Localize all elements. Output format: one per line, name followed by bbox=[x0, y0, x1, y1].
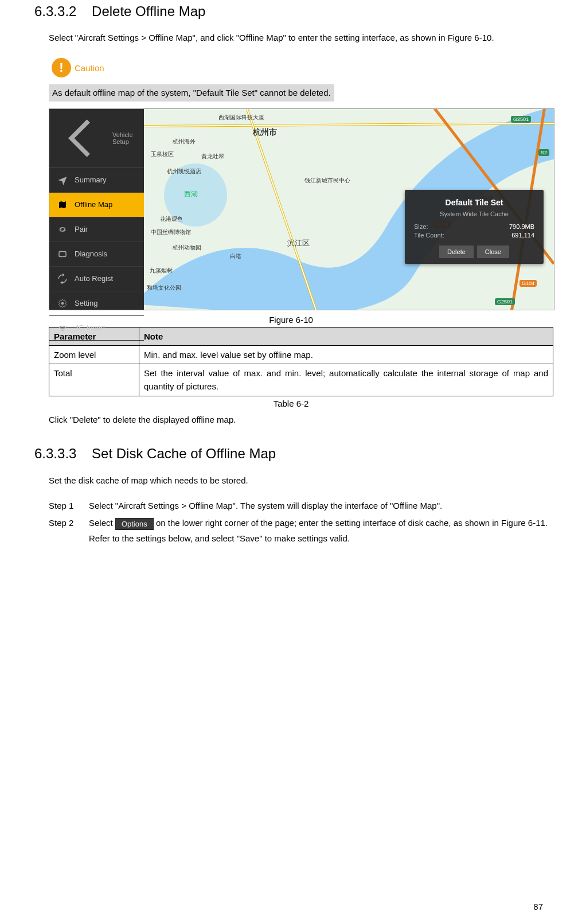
road-badge: S2 bbox=[538, 149, 549, 156]
sidebar-item-pair: Pair bbox=[49, 217, 144, 242]
map-label: 白塔 bbox=[230, 252, 241, 260]
figure-6-10: Vehicle Setup Summary Offline Map Pair D… bbox=[49, 108, 553, 310]
table-cell: Min. and max. level value set by offline… bbox=[139, 345, 553, 364]
popup-count-key: Tile Count: bbox=[414, 232, 444, 239]
sidebar-item-label: Auto Regist bbox=[75, 274, 113, 283]
section-intro: Set the disk cache of map which needs to… bbox=[49, 473, 548, 488]
step2-text-b: on the lower right corner of the page; e… bbox=[89, 518, 548, 543]
popup-title: Default Tile Set bbox=[414, 198, 534, 207]
step2-text-a: Select bbox=[89, 518, 115, 528]
road-badge: G2501 bbox=[495, 298, 515, 305]
intro-paragraph: Select "Aircraft Settings > Offline Map"… bbox=[49, 31, 548, 44]
caution-label: Caution bbox=[75, 63, 104, 73]
heading-title: Delete Offline Map bbox=[92, 3, 205, 19]
popup-delete-button: Delete bbox=[439, 245, 474, 258]
sidebar-item-label: Setting bbox=[75, 299, 97, 307]
sidebar-item-label: Offline Map bbox=[75, 200, 112, 209]
map-label: 中国丝绸博物馆 bbox=[151, 228, 191, 236]
svg-rect-0 bbox=[59, 251, 66, 256]
sidebar-item-summary: Summary bbox=[49, 168, 144, 193]
sidebar-item-setting: Setting bbox=[49, 291, 144, 316]
sidebar-item-offline-map: Offline Map bbox=[49, 193, 144, 217]
caution-text: As default offline map of the system, "D… bbox=[49, 84, 334, 101]
screenshot-sidebar: Vehicle Setup Summary Offline Map Pair D… bbox=[49, 109, 144, 310]
sidebar-item-auto-regist: Auto Regist bbox=[49, 267, 144, 291]
heading-num: 6.3.3.3 bbox=[34, 446, 76, 461]
sidebar-item-4g-insert: 4G Insert bbox=[49, 316, 144, 341]
svg-line-8 bbox=[247, 109, 316, 310]
map-icon bbox=[57, 200, 68, 210]
back-icon bbox=[56, 112, 108, 164]
heading-title: Set Disk Cache of Offline Map bbox=[92, 446, 276, 461]
sidebar-header-label: Vehicle Setup bbox=[112, 131, 137, 145]
tileset-popup: Default Tile Set System Wide Tile Cache … bbox=[405, 190, 544, 264]
step-text: Select Options on the lower right corner… bbox=[89, 516, 548, 546]
step-2: Step 2 Select Options on the lower right… bbox=[49, 516, 548, 546]
map-label: 九溪烟树 bbox=[150, 267, 173, 275]
heading-6-3-3-3: 6.3.3.3 Set Disk Cache of Offline Map bbox=[34, 446, 548, 462]
sidebar-item-label: 4G Insert bbox=[75, 323, 105, 332]
link-icon bbox=[57, 224, 68, 235]
table-cell: Zoom level bbox=[49, 345, 139, 364]
map-label-city: 杭州市 bbox=[253, 127, 277, 138]
step-text: Select "Aircraft Settings > Offline Map"… bbox=[89, 498, 548, 513]
table-header-note: Note bbox=[139, 327, 553, 345]
map-label: 玉泉校区 bbox=[151, 150, 174, 158]
heading-num: 6.3.3.2 bbox=[34, 3, 76, 19]
map-label: 杭州动物园 bbox=[173, 244, 201, 252]
road-badge: G104 bbox=[519, 280, 537, 287]
screenshot-map-pane: 西湖国际科技大厦 杭州市 杭州海外 玉泉校区 黄龙吐翠 杭州凯悦酒店 钱江新城市… bbox=[144, 109, 554, 310]
gear-icon bbox=[57, 298, 68, 309]
step-label: Step 2 bbox=[49, 516, 89, 546]
options-button-image: Options bbox=[115, 518, 154, 530]
table-cell: Set the interval value of max. and min. … bbox=[139, 364, 553, 396]
table-row: Total Set the interval value of max. and… bbox=[49, 364, 553, 396]
page-number: 87 bbox=[533, 902, 543, 911]
popup-size-key: Size: bbox=[414, 223, 428, 230]
popup-subtitle: System Wide Tile Cache bbox=[414, 210, 534, 217]
caution-block: ! Caution bbox=[52, 58, 548, 77]
popup-count-value: 691,114 bbox=[511, 232, 534, 239]
sidebar-item-label: Summary bbox=[75, 176, 107, 184]
table-cell: Total bbox=[49, 364, 139, 396]
wifi-icon bbox=[57, 323, 68, 333]
sidebar-header: Vehicle Setup bbox=[49, 109, 144, 168]
sidebar-item-label: Diagnosis bbox=[75, 249, 107, 258]
svg-point-1 bbox=[61, 302, 64, 305]
map-label: 黄龙吐翠 bbox=[201, 153, 224, 161]
sidebar-item-diagnosis: Diagnosis bbox=[49, 242, 144, 267]
plane-icon bbox=[57, 175, 68, 185]
table-row: Zoom level Min. and max. level value set… bbox=[49, 345, 553, 364]
road-badge: G2501 bbox=[511, 116, 531, 123]
step-1: Step 1 Select "Aircraft Settings > Offli… bbox=[49, 498, 548, 513]
map-label: 西湖国际科技大厦 bbox=[218, 114, 264, 122]
refresh-icon bbox=[57, 274, 68, 284]
map-label-lake: 西湖 bbox=[184, 189, 198, 199]
map-label: 钱江新城市民中心 bbox=[304, 177, 350, 185]
popup-close-button: Close bbox=[477, 245, 509, 258]
map-label: 杭州凯悦酒店 bbox=[167, 167, 201, 176]
map-label: 杭州海外 bbox=[173, 138, 196, 146]
screenshot-offline-map: Vehicle Setup Summary Offline Map Pair D… bbox=[49, 108, 554, 310]
step-label: Step 1 bbox=[49, 498, 89, 513]
heading-6-3-3-2: 6.3.3.2 Delete Offline Map bbox=[34, 3, 548, 20]
map-label: 滨江区 bbox=[287, 238, 310, 248]
table-caption: Table 6-2 bbox=[34, 399, 548, 408]
diagnosis-icon bbox=[57, 249, 68, 259]
caution-icon: ! bbox=[52, 58, 71, 77]
map-label: 和塔文化公园 bbox=[147, 284, 181, 292]
map-label: 花港观鱼 bbox=[160, 215, 183, 223]
sidebar-item-label: Pair bbox=[75, 225, 88, 233]
delete-instruction: Click "Delete" to delete the displayed o… bbox=[49, 413, 548, 426]
popup-size-value: 790.9MB bbox=[509, 223, 534, 230]
